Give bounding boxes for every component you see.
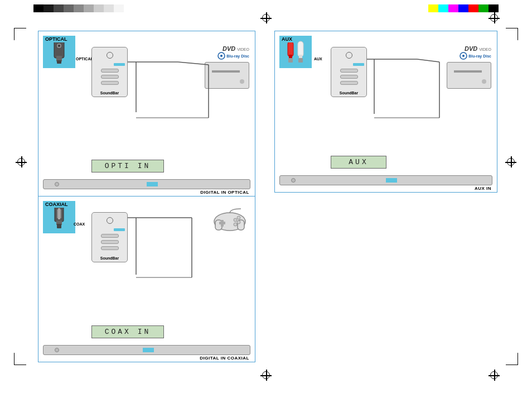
- corner-bracket-tl: [14, 28, 26, 40]
- swatch: [64, 4, 74, 12]
- svg-rect-17: [57, 224, 61, 228]
- swatch: [438, 4, 448, 12]
- swatch: [468, 4, 478, 12]
- soundbar-bar-highlight-coaxial: [143, 348, 154, 352]
- speaker-holes-aux: [340, 69, 358, 85]
- svg-rect-35: [288, 58, 293, 63]
- soundbar-bar-highlight: [147, 182, 158, 186]
- svg-point-24: [237, 216, 240, 219]
- registration-cross-mid-right: [505, 156, 516, 167]
- registration-cross-bottom-center: [260, 370, 272, 381]
- game-controller-container: [213, 208, 246, 235]
- aux-lcd-display: AUX: [331, 156, 386, 169]
- speaker-hole: [340, 81, 358, 85]
- power-button-optical: [107, 52, 113, 59]
- aux-dvd-logo: DVD VIDEO: [465, 45, 491, 52]
- optical-label: OPTICAL: [43, 36, 70, 42]
- swatch: [84, 4, 94, 12]
- aux-soundbar-bar: [279, 175, 492, 185]
- swatch: [458, 4, 468, 12]
- optical-device-body: SoundBar: [91, 47, 128, 97]
- swatch: [54, 4, 64, 12]
- svg-point-6: [220, 55, 223, 57]
- speaker-holes-optical: [101, 69, 119, 85]
- svg-rect-4: [57, 60, 61, 64]
- registration-cross-bottom-right: [489, 370, 500, 381]
- registration-cross-top: [260, 12, 272, 23]
- aux-disk-slot: [454, 70, 482, 73]
- optical-dvd-logo-area: DVD VIDEO Blu-ray Disc: [205, 45, 249, 60]
- swatch: [448, 4, 458, 12]
- coaxial-lcd-display: COAX IN: [91, 325, 164, 338]
- optical-bluray-text: Blu-ray Disc: [226, 54, 249, 58]
- aux-dvd-text: DVD: [465, 45, 477, 52]
- speaker-hole: [101, 240, 119, 244]
- aux-player-container: DVD VIDEO Blu-ray Disc: [447, 45, 491, 89]
- game-controller-icon: [213, 208, 246, 233]
- svg-point-2: [58, 45, 60, 47]
- aux-bluray-logo: Blu-ray Disc: [460, 52, 491, 60]
- speaker-hole: [101, 246, 119, 250]
- speaker-hole: [340, 75, 358, 79]
- svg-rect-22: [219, 222, 225, 224]
- speaker-hole: [101, 75, 119, 79]
- aux-highlight-bar: [353, 63, 364, 66]
- optical-soundbar-bar: [43, 179, 250, 189]
- corner-bracket-br: [506, 353, 518, 365]
- swatch: [94, 4, 104, 12]
- aux-input-label: AUX: [314, 57, 322, 61]
- power-button-coaxial: [107, 217, 113, 224]
- swatch: [33, 4, 43, 12]
- aux-panel: AUX AUX SoundBar DVD VIDEO: [274, 31, 497, 193]
- registration-cross-right: [489, 12, 500, 23]
- optical-player-body: [205, 62, 249, 89]
- aux-player-button: [482, 79, 486, 84]
- color-bar-right: [428, 4, 499, 12]
- optical-bluray-logo: Blu-ray Disc: [217, 52, 249, 60]
- soundbar-bar-highlight-aux: [386, 178, 397, 183]
- swatch: [43, 4, 54, 12]
- power-button-aux: [346, 52, 352, 59]
- svg-rect-36: [298, 41, 303, 57]
- aux-label: AUX: [279, 36, 294, 42]
- swatch: [104, 4, 114, 12]
- swatch: [114, 4, 124, 12]
- soundbar-bar-dot-aux: [291, 178, 296, 183]
- aux-device-body: SoundBar: [331, 47, 367, 97]
- coaxial-connector-icon: [53, 205, 65, 229]
- coaxial-soundbar-label: SoundBar: [92, 256, 127, 260]
- left-panel: OPTICAL OPTICAL SoundBar: [38, 31, 255, 362]
- svg-rect-33: [288, 41, 293, 57]
- corner-bracket-tr: [506, 28, 518, 40]
- swatch: [428, 4, 438, 12]
- coaxial-soundbar-bar: [43, 345, 250, 355]
- bluray-icon: [217, 52, 225, 60]
- registration-cross-mid-left: [16, 156, 27, 167]
- optical-connector-icon: [52, 39, 66, 65]
- coaxial-label: COAXIAL: [43, 201, 70, 208]
- optical-lcd-display: OPTI IN: [91, 160, 164, 172]
- color-bar-left: [33, 4, 124, 12]
- optical-player-container: DVD VIDEO Blu-ray Disc: [205, 45, 249, 89]
- swatch: [74, 4, 84, 12]
- svg-rect-15: [58, 208, 60, 219]
- optical-disk-slot: [212, 70, 240, 73]
- optical-input-label: OPTICAL: [76, 57, 93, 61]
- aux-soundbar-container: AUX SoundBar: [331, 47, 367, 97]
- coaxial-section: COAXIAL COAX SoundBar: [38, 196, 255, 362]
- soundbar-bar-dot-left: [55, 182, 59, 186]
- svg-point-26: [234, 223, 237, 226]
- aux-white-connector: [297, 40, 304, 64]
- aux-bluray-text: Blu-ray Disc: [468, 54, 491, 58]
- aux-dvd-logo-area: DVD VIDEO Blu-ray Disc: [447, 45, 491, 60]
- optical-section: OPTICAL OPTICAL SoundBar: [38, 31, 255, 196]
- coaxial-device-body: SoundBar: [91, 212, 128, 262]
- corner-bracket-bl: [14, 353, 26, 365]
- swatch: [478, 4, 489, 12]
- svg-point-23: [234, 218, 237, 222]
- speaker-hole: [101, 81, 119, 85]
- aux-bluray-icon: [460, 52, 467, 60]
- speaker-holes-coaxial: [101, 234, 119, 250]
- speaker-hole: [340, 69, 358, 73]
- optical-soundbar-container: OPTICAL SoundBar: [91, 47, 128, 97]
